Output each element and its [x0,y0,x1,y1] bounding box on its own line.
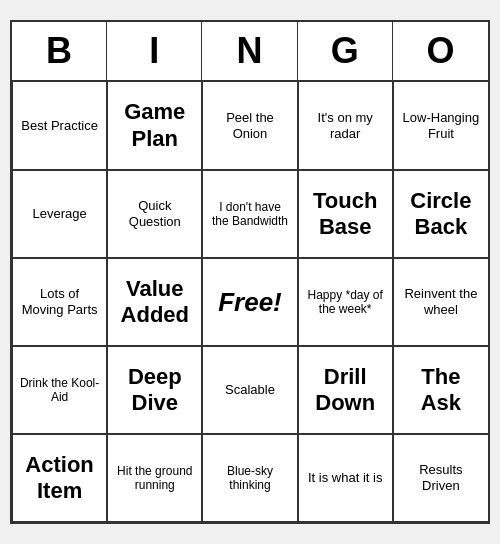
cell-text-19: The Ask [400,364,482,417]
bingo-header: BINGO [12,22,488,82]
bingo-cell-24[interactable]: Results Driven [393,434,488,522]
cell-text-16: Deep Dive [114,364,195,417]
cell-text-17: Scalable [225,382,275,398]
cell-text-4: Low-Hanging Fruit [400,110,482,141]
bingo-cell-21[interactable]: Hit the ground running [107,434,202,522]
bingo-cell-7[interactable]: I don't have the Bandwidth [202,170,297,258]
cell-text-7: I don't have the Bandwidth [209,200,290,229]
cell-text-21: Hit the ground running [114,464,195,493]
bingo-cell-3[interactable]: It's on my radar [298,82,393,170]
bingo-cell-1[interactable]: Game Plan [107,82,202,170]
bingo-cell-23[interactable]: It is what it is [298,434,393,522]
cell-text-8: Touch Base [305,188,386,241]
bingo-cell-9[interactable]: Circle Back [393,170,488,258]
bingo-cell-15[interactable]: Drink the Kool-Aid [12,346,107,434]
bingo-cell-13[interactable]: Happy *day of the week* [298,258,393,346]
bingo-cell-20[interactable]: Action Item [12,434,107,522]
cell-text-11: Value Added [114,276,195,329]
cell-text-14: Reinvent the wheel [400,286,482,317]
bingo-cell-4[interactable]: Low-Hanging Fruit [393,82,488,170]
cell-text-13: Happy *day of the week* [305,288,386,317]
bingo-cell-18[interactable]: Drill Down [298,346,393,434]
bingo-cell-19[interactable]: The Ask [393,346,488,434]
cell-text-3: It's on my radar [305,110,386,141]
bingo-cell-0[interactable]: Best Practice [12,82,107,170]
cell-text-5: Leverage [32,206,86,222]
bingo-cell-11[interactable]: Value Added [107,258,202,346]
bingo-cell-22[interactable]: Blue-sky thinking [202,434,297,522]
cell-text-24: Results Driven [400,462,482,493]
bingo-cell-12[interactable]: Free! [202,258,297,346]
cell-text-1: Game Plan [114,99,195,152]
bingo-cell-17[interactable]: Scalable [202,346,297,434]
cell-text-15: Drink the Kool-Aid [19,376,100,405]
bingo-cell-14[interactable]: Reinvent the wheel [393,258,488,346]
bingo-letter-i: I [107,22,202,80]
cell-text-6: Quick Question [114,198,195,229]
bingo-letter-o: O [393,22,488,80]
cell-text-9: Circle Back [400,188,482,241]
cell-text-12: Free! [218,287,282,318]
cell-text-10: Lots of Moving Parts [19,286,100,317]
bingo-cell-10[interactable]: Lots of Moving Parts [12,258,107,346]
cell-text-23: It is what it is [308,470,382,486]
bingo-grid: Best PracticeGame PlanPeel the OnionIt's… [12,82,488,522]
cell-text-18: Drill Down [305,364,386,417]
bingo-card: BINGO Best PracticeGame PlanPeel the Oni… [10,20,490,524]
bingo-letter-b: B [12,22,107,80]
cell-text-22: Blue-sky thinking [209,464,290,493]
bingo-letter-n: N [202,22,297,80]
cell-text-0: Best Practice [21,118,98,134]
bingo-cell-6[interactable]: Quick Question [107,170,202,258]
bingo-cell-16[interactable]: Deep Dive [107,346,202,434]
cell-text-2: Peel the Onion [209,110,290,141]
bingo-letter-g: G [298,22,393,80]
bingo-cell-8[interactable]: Touch Base [298,170,393,258]
cell-text-20: Action Item [19,452,100,505]
bingo-cell-5[interactable]: Leverage [12,170,107,258]
bingo-cell-2[interactable]: Peel the Onion [202,82,297,170]
